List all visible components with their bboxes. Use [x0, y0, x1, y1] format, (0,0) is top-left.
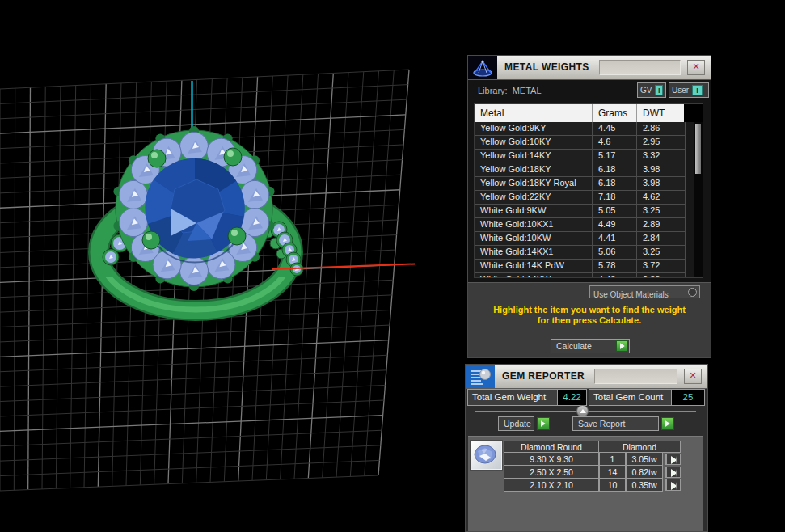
metal-row[interactable]: White Gold:10KX14.492.89 [475, 218, 703, 232]
gem-reporter-titlebar[interactable]: GEM REPORTER ✕ [466, 365, 707, 389]
grams-cell: 4.45 [593, 122, 637, 135]
grams-cell: 6.18 [593, 163, 637, 176]
gem-row-arrow-button[interactable] [666, 454, 681, 465]
collapse-toggle-button[interactable] [576, 405, 589, 417]
metal-row[interactable]: Yellow Gold:18KY Royal6.183.98 [475, 177, 703, 191]
metal-row[interactable]: Yellow Gold:9KY4.452.86 [475, 122, 703, 136]
gem-row-arrow-button[interactable] [666, 467, 681, 478]
user-button[interactable]: User I [669, 82, 709, 98]
metal-row[interactable]: White Gold:10KW4.412.84 [475, 232, 703, 246]
metal-name-cell: White Gold:14K PdW [475, 260, 593, 272]
gem-count-cell: 14 [599, 466, 626, 479]
grams-cell: 5.17 [593, 150, 637, 163]
gem-col-type: Diamond [599, 441, 681, 453]
panel-title: METAL WEIGHTS [497, 56, 596, 79]
instruction-text: Highlight the item you want to find the … [468, 305, 711, 326]
grams-cell: 6.18 [593, 177, 637, 190]
titlebar-groove [599, 60, 681, 75]
metal-row[interactable]: Yellow Gold:14KY5.173.32 [475, 150, 703, 163]
metal-row[interactable]: White Gold:14K PdW5.783.72 [475, 260, 703, 273]
dwt-cell: 3.98 [637, 177, 686, 190]
gem-reporter-panel: GEM REPORTER ✕ Total Gem Weight 4.22 Tot… [465, 364, 708, 532]
gem-count-cell: 10 [599, 479, 626, 492]
use-object-materials-toggle[interactable]: Use Object Materials [589, 285, 700, 298]
panel-title: GEM REPORTER [495, 365, 591, 388]
col-header-dwt: DWT [637, 104, 686, 122]
grams-cell: 7.18 [593, 191, 637, 204]
update-button[interactable]: Update [498, 416, 534, 431]
metal-name-cell: Yellow Gold:18KY Royal [475, 177, 593, 190]
gem-row: 2.50 X 2.50140.82tw [504, 466, 681, 479]
titlebar-groove [594, 369, 677, 384]
gv-button[interactable]: GV I [637, 82, 666, 98]
metal-weights-panel: METAL WEIGHTS ✕ Library:METAL GV I User … [467, 55, 711, 358]
total-gem-weight-value: 4.22 [558, 389, 587, 406]
grams-cell: 4.6 [593, 136, 637, 149]
gem-row: 9.30 X 9.3013.05tw [504, 453, 681, 466]
grams-cell: 5.78 [593, 260, 637, 272]
dwt-cell: 3.25 [637, 246, 686, 259]
metal-weights-icon [468, 56, 497, 79]
total-gem-count-value: 25 [672, 389, 705, 406]
grams-cell: 4.41 [593, 232, 637, 245]
grams-cell: 4.49 [593, 218, 637, 231]
metal-row[interactable]: Yellow Gold:18KY6.183.98 [475, 163, 703, 177]
dwt-cell: 2.95 [637, 136, 686, 149]
dwt-cell: 3.32 [637, 150, 686, 163]
gem-col-shape: Diamond Round [504, 441, 599, 453]
save-report-button[interactable]: Save Report [572, 416, 659, 431]
library-label: Library:METAL [478, 86, 542, 95]
gem-table-header: Diamond Round Diamond [504, 441, 681, 453]
gem-reporter-icon [466, 365, 495, 388]
calculate-arrow-icon[interactable] [616, 340, 628, 352]
metal-weights-footer: Use Object Materials Highlight the item … [468, 282, 711, 357]
metal-table-scrollbar[interactable] [694, 122, 703, 277]
ring-model[interactable] [99, 126, 303, 310]
total-gem-weight-label: Total Gem Weight [467, 389, 558, 406]
gem-table: Diamond Round Diamond 9.30 X 9.3013.05tw… [504, 441, 681, 492]
total-gem-count-group: Total Gem Count 25 [589, 389, 705, 406]
metal-row[interactable]: Yellow Gold:10KY4.62.95 [475, 136, 703, 150]
update-arrow-icon[interactable] [537, 417, 550, 430]
table-corner-block [684, 104, 703, 122]
metal-name-cell: White Gold:14KW [475, 273, 593, 277]
save-report-arrow-icon[interactable] [661, 417, 674, 430]
grams-cell: 5.06 [593, 246, 637, 259]
gem-weight-cell: 0.35tw [626, 479, 663, 492]
dwt-cell: 4.62 [637, 191, 686, 204]
library-value: METAL [513, 86, 542, 95]
grams-cell: 5.05 [593, 205, 637, 217]
metal-name-cell: Yellow Gold:22KY [475, 191, 593, 204]
gem-count-cell: 1 [599, 453, 626, 466]
application-window: METAL WEIGHTS ✕ Library:METAL GV I User … [0, 0, 785, 532]
metal-row[interactable]: White Gold:9KW5.053.25 [475, 205, 703, 218]
gv-indicator: I [655, 85, 663, 95]
metal-row-partial[interactable]: White Gold:14KW4.482.88 [475, 273, 703, 277]
metal-name-cell: Yellow Gold:14KY [475, 150, 593, 163]
metal-row[interactable]: Yellow Gold:22KY7.184.62 [475, 191, 703, 205]
dwt-cell: 2.86 [637, 122, 686, 135]
calculate-button[interactable]: Calculate [551, 339, 630, 353]
gem-size-cell: 2.50 X 2.50 [504, 466, 599, 479]
dwt-cell: 2.89 [637, 218, 686, 231]
metal-table-header: Metal Grams DWT [475, 104, 703, 122]
gem-row-arrow-button[interactable] [666, 479, 681, 491]
close-icon[interactable]: ✕ [684, 369, 702, 384]
gem-row: 2.10 X 2.10100.35tw [504, 479, 681, 492]
gem-thumbnail[interactable] [471, 441, 502, 470]
gem-size-cell: 2.10 X 2.10 [504, 479, 599, 492]
dwt-cell: 3.25 [637, 205, 686, 217]
gem-weight-cell: 0.82tw [626, 466, 663, 479]
scrollbar-thumb[interactable] [695, 124, 701, 174]
gem-table-area: Diamond Round Diamond 9.30 X 9.3013.05tw… [468, 436, 703, 531]
dwt-cell: 3.72 [637, 260, 686, 272]
close-icon[interactable]: ✕ [687, 60, 705, 75]
metal-table: Metal Grams DWT Yellow Gold:9KY4.452.86Y… [474, 103, 703, 278]
chevron-up-icon [580, 409, 586, 413]
gem-weight-cell: 3.05tw [626, 453, 663, 466]
radio-icon[interactable] [688, 288, 697, 297]
metal-row[interactable]: White Gold:14KX15.063.25 [475, 246, 703, 260]
metal-weights-titlebar[interactable]: METAL WEIGHTS ✕ [468, 56, 711, 80]
dwt-cell: 3.98 [637, 163, 686, 176]
grams-cell: 4.48 [593, 273, 637, 277]
